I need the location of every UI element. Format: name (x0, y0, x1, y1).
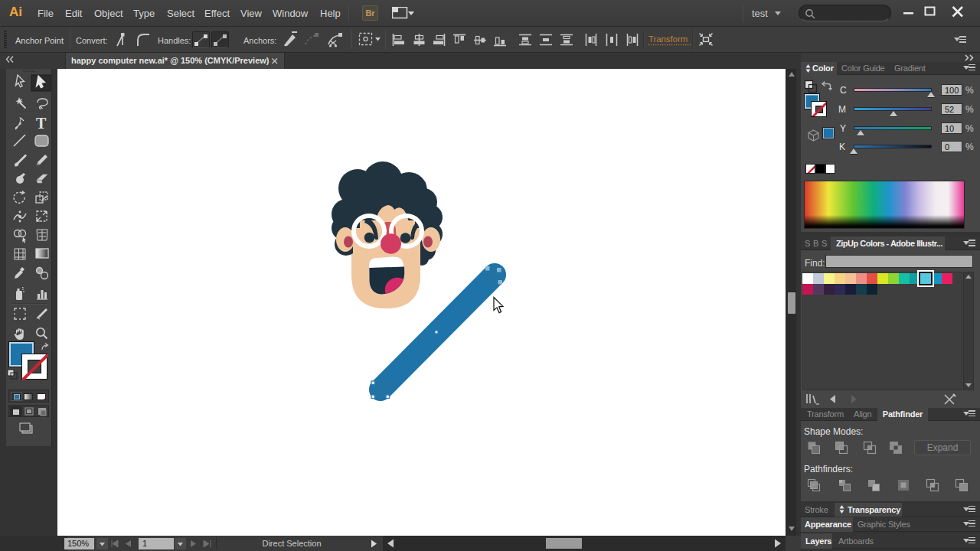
svg-text:T: T (36, 115, 47, 132)
svg-text:Transform: Transform (648, 34, 688, 44)
